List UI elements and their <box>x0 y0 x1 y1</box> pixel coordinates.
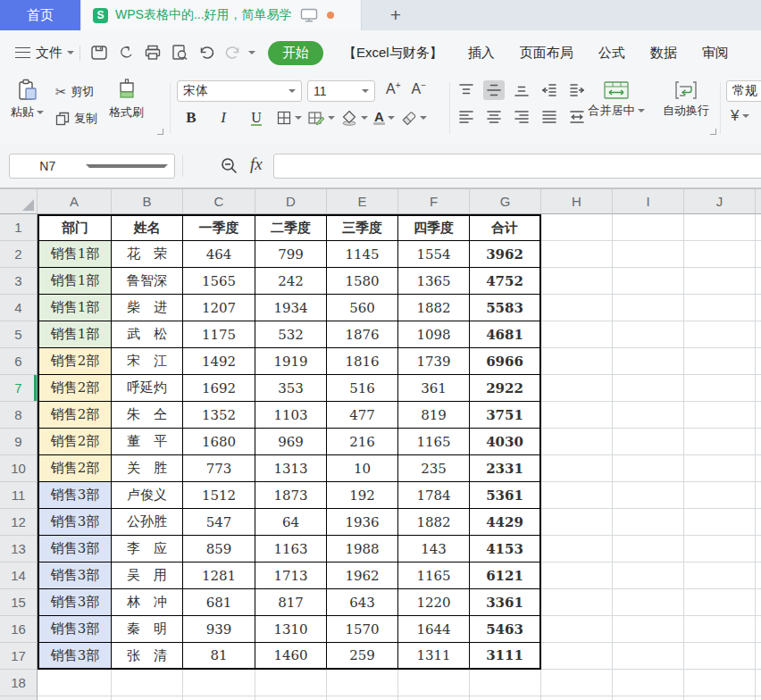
cell-K19[interactable] <box>756 696 761 700</box>
cell-D13[interactable]: 1163 <box>255 536 327 562</box>
format-painter-button[interactable]: 格式刷 <box>109 79 144 121</box>
row-header-6[interactable]: 6 <box>0 348 38 375</box>
cell-H18[interactable] <box>541 670 613 696</box>
cell-I8[interactable] <box>613 402 684 429</box>
cell-C5[interactable]: 1175 <box>183 321 255 348</box>
cell-E8[interactable]: 477 <box>327 402 398 429</box>
cell-I5[interactable] <box>613 321 684 348</box>
cell-F19[interactable] <box>398 696 470 700</box>
cell-A11[interactable]: 销售3部 <box>38 482 112 509</box>
fx-insert-function-button[interactable]: fx <box>250 154 263 174</box>
cell-I2[interactable] <box>613 241 684 268</box>
cell-G18[interactable] <box>470 670 541 696</box>
cell-G6[interactable]: 6966 <box>470 348 541 375</box>
cell-G3[interactable]: 4752 <box>470 268 541 295</box>
cell-I11[interactable] <box>613 482 684 509</box>
cell-J8[interactable] <box>684 402 756 429</box>
cell-C7[interactable]: 1692 <box>183 375 255 402</box>
cell-F1[interactable]: 四季度 <box>398 214 470 241</box>
cell-I19[interactable] <box>613 696 684 700</box>
cell-D7[interactable]: 353 <box>255 375 327 402</box>
cell-H19[interactable] <box>541 696 613 700</box>
cell-J11[interactable] <box>684 482 756 509</box>
cell-F15[interactable]: 1220 <box>398 589 470 616</box>
increase-font-size-button[interactable]: A+ <box>386 80 401 97</box>
cell-G5[interactable]: 4681 <box>470 321 541 348</box>
cell-F4[interactable]: 1882 <box>398 295 470 321</box>
row-header-13[interactable]: 13 <box>0 536 38 562</box>
font-name-select[interactable]: 宋体 <box>177 80 302 102</box>
cell-I6[interactable] <box>613 348 684 375</box>
cell-B13[interactable]: 李 应 <box>112 536 183 562</box>
group-expander-icon[interactable] <box>710 129 716 135</box>
cell-A1[interactable]: 部门 <box>38 214 112 241</box>
cell-F16[interactable]: 1644 <box>398 616 470 643</box>
cell-A19[interactable] <box>38 696 112 700</box>
cell-G7[interactable]: 2922 <box>470 375 541 402</box>
cell-G8[interactable]: 3751 <box>470 402 541 429</box>
cell-F12[interactable]: 1882 <box>398 509 470 536</box>
column-header-D[interactable]: D <box>255 189 327 214</box>
cell-G9[interactable]: 4030 <box>470 429 541 455</box>
cell-K12[interactable] <box>756 509 761 536</box>
draw-border-button[interactable] <box>305 107 338 129</box>
decrease-indent-button[interactable] <box>539 80 560 100</box>
cell-J18[interactable] <box>684 670 756 696</box>
cell-J19[interactable] <box>684 696 756 700</box>
row-header-19[interactable]: 19 <box>0 696 38 700</box>
cell-C4[interactable]: 1207 <box>183 295 255 321</box>
cell-G11[interactable]: 5361 <box>470 482 541 509</box>
cell-F3[interactable]: 1365 <box>398 268 470 295</box>
cell-C11[interactable]: 1512 <box>183 482 255 509</box>
export-button[interactable] <box>113 40 139 65</box>
cell-C12[interactable]: 547 <box>183 509 255 536</box>
cell-A3[interactable]: 销售1部 <box>38 268 112 295</box>
cell-A16[interactable]: 销售3部 <box>38 616 112 643</box>
cell-E16[interactable]: 1570 <box>327 616 398 643</box>
cell-D1[interactable]: 二季度 <box>255 214 327 241</box>
cell-E18[interactable] <box>327 670 398 696</box>
align-center-button[interactable] <box>483 107 505 127</box>
currency-format-button[interactable]: ¥ <box>731 107 749 125</box>
row-header-3[interactable]: 3 <box>0 268 38 295</box>
cell-H7[interactable] <box>541 375 613 402</box>
cell-G13[interactable]: 4153 <box>470 536 541 562</box>
cell-J7[interactable] <box>684 375 756 402</box>
cell-I14[interactable] <box>613 562 684 589</box>
cell-C17[interactable]: 81 <box>183 643 255 670</box>
cell-K10[interactable] <box>756 455 761 482</box>
cell-K16[interactable] <box>756 616 761 643</box>
cell-K11[interactable] <box>756 482 761 509</box>
cell-I7[interactable] <box>613 375 684 402</box>
column-header-I[interactable]: I <box>613 189 684 214</box>
main-menu-button[interactable] <box>9 40 36 65</box>
row-header-14[interactable]: 14 <box>0 562 38 589</box>
cell-J17[interactable] <box>684 643 756 670</box>
cell-H4[interactable] <box>541 295 613 321</box>
cell-C13[interactable]: 859 <box>183 536 255 562</box>
column-header-J[interactable]: J <box>684 189 756 214</box>
row-header-9[interactable]: 9 <box>0 429 38 455</box>
cell-K6[interactable] <box>756 348 761 375</box>
cell-C3[interactable]: 1565 <box>183 268 255 295</box>
cell-H8[interactable] <box>541 402 613 429</box>
cell-E4[interactable]: 560 <box>327 295 398 321</box>
cell-E1[interactable]: 三季度 <box>327 214 398 241</box>
ribbon-tab-formulas[interactable]: 公式 <box>598 45 625 62</box>
cell-D3[interactable]: 242 <box>255 268 327 295</box>
group-expander-icon[interactable] <box>157 129 163 135</box>
italic-button[interactable]: I <box>207 107 239 129</box>
cell-H5[interactable] <box>541 321 613 348</box>
column-header-A[interactable]: A <box>38 189 112 214</box>
cell-K8[interactable] <box>756 402 761 429</box>
cell-A18[interactable] <box>38 670 112 696</box>
ribbon-tab-page-layout[interactable]: 页面布局 <box>520 45 573 62</box>
cell-D16[interactable]: 1310 <box>255 616 327 643</box>
cell-E2[interactable]: 1145 <box>327 241 398 268</box>
column-header-extra[interactable] <box>756 189 761 214</box>
cell-K2[interactable] <box>756 241 761 268</box>
font-size-select[interactable]: 11 <box>307 80 375 102</box>
cell-D10[interactable]: 1313 <box>255 455 327 482</box>
name-box[interactable]: N7 <box>9 154 175 179</box>
wrap-text-button[interactable]: 自动换行 <box>656 80 716 119</box>
